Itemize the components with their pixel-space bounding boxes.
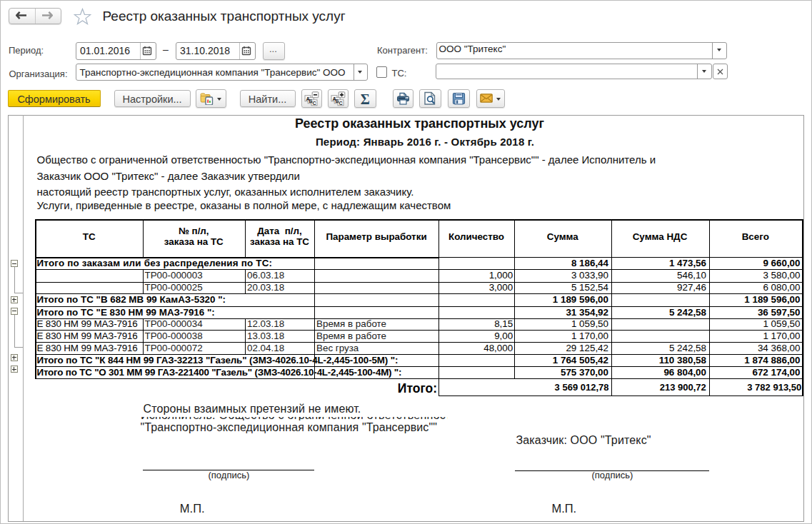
svg-text:С: С bbox=[312, 100, 316, 106]
svg-text:С: С bbox=[339, 100, 342, 106]
